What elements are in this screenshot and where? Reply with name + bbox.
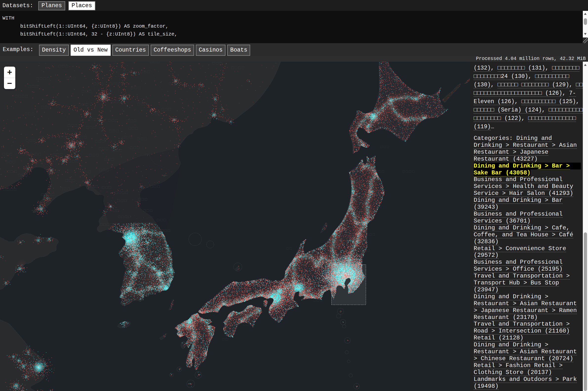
svg-text:□□□: □□□	[77, 135, 88, 140]
svg-text:□□□: □□□	[138, 197, 148, 202]
svg-text:□□□: □□□	[65, 178, 76, 183]
svg-text:□□□: □□□	[39, 135, 50, 140]
svg-text:□□□□: □□□□	[363, 233, 376, 237]
svg-text:□□□: □□□	[365, 187, 375, 191]
svg-text:□□□: □□□	[23, 152, 33, 157]
svg-text:□□□: □□□	[82, 89, 92, 94]
svg-text:□□□: □□□	[79, 102, 89, 107]
svg-text:□□□: □□□	[130, 146, 141, 150]
svg-text:□□□: □□□	[128, 126, 139, 131]
svg-text:□□□: □□□	[89, 117, 99, 122]
svg-text:□□□: □□□	[60, 187, 71, 192]
svg-text:□□: □□	[222, 337, 229, 342]
svg-text:□□□□: □□□□	[36, 77, 50, 81]
svg-text:□□□: □□□	[108, 118, 119, 123]
svg-text:□□□: □□□	[110, 209, 120, 213]
svg-text:□□□: □□□	[41, 105, 52, 109]
svg-text:□□□: □□□	[94, 82, 105, 86]
svg-text:□□□: □□□	[7, 169, 17, 174]
svg-text:□□□: □□□	[112, 148, 123, 153]
svg-text:□□□: □□□	[81, 170, 92, 174]
svg-text:□□□: □□□	[161, 229, 171, 233]
svg-text:□□: □□	[35, 152, 42, 157]
svg-text:□□□: □□□	[112, 100, 123, 104]
svg-text:□□□□: □□□□	[41, 193, 55, 197]
svg-text:□□□: □□□	[243, 323, 253, 327]
svg-text:□□□: □□□	[109, 129, 120, 133]
svg-text:□□□: □□□	[109, 82, 120, 86]
svg-text:□□□□: □□□□	[118, 215, 131, 219]
svg-text:□□□: □□□	[2, 152, 13, 157]
svg-text:□□□: □□□	[50, 169, 61, 174]
svg-text:□□□: □□□	[314, 298, 323, 303]
svg-text:□□□: □□□	[123, 135, 133, 140]
svg-text:□□□: □□□	[361, 249, 371, 253]
svg-text:□□□: □□□	[140, 70, 151, 74]
svg-text:□□□: □□□	[357, 198, 367, 202]
svg-text:□□□: □□□	[53, 152, 63, 157]
svg-text:□□□: □□□	[25, 112, 35, 116]
svg-text:□□□□: □□□□	[15, 94, 29, 99]
svg-text:□□□: □□□	[375, 170, 385, 174]
svg-text:□□□: □□□	[99, 147, 109, 151]
svg-text:□□□: □□□	[151, 112, 162, 116]
svg-text:□□□□: □□□□	[385, 128, 398, 132]
svg-text:□□□: □□□	[143, 209, 153, 213]
svg-text:□□□: □□□	[137, 137, 148, 141]
svg-text:□□□: □□□	[150, 62, 160, 64]
svg-text:□□□: □□□	[127, 119, 137, 123]
svg-text:□□□: □□□	[86, 125, 97, 130]
svg-text:□□□: □□□	[123, 69, 134, 74]
svg-text:□□□: □□□	[59, 64, 69, 69]
svg-text:□□□: □□□	[320, 239, 330, 243]
svg-text:□□□: □□□	[93, 69, 104, 73]
svg-text:□□□: □□□	[95, 139, 106, 144]
svg-text:□□□: □□□	[151, 185, 161, 189]
svg-text:□□□: □□□	[89, 153, 100, 158]
svg-text:□□□: □□□	[88, 184, 99, 189]
svg-text:□□□: □□□	[102, 186, 112, 190]
svg-text:□□□: □□□	[6, 160, 16, 165]
svg-text:□□□: □□□	[66, 76, 77, 81]
svg-text:□□□□: □□□□	[403, 170, 415, 174]
svg-text:□□□: □□□	[28, 84, 39, 89]
svg-text:□□□□: □□□□	[100, 222, 113, 227]
svg-text:□□□: □□□	[33, 160, 43, 165]
svg-text:□□□: □□□	[380, 145, 390, 149]
svg-text:□□□: □□□	[131, 86, 142, 91]
svg-text:□□□: □□□	[18, 173, 29, 178]
svg-text:□□□□: □□□□	[115, 191, 129, 195]
svg-text:□□□: □□□	[137, 102, 148, 106]
svg-text:□□□□: □□□□	[231, 66, 245, 70]
svg-text:□□□□: □□□□	[169, 82, 183, 86]
svg-text:□□□: □□□	[99, 168, 110, 173]
svg-text:□□□□: □□□□	[202, 310, 215, 314]
svg-text:□□□: □□□	[105, 157, 115, 162]
svg-text:□□□: □□□	[359, 141, 369, 146]
svg-text:□□□□: □□□□	[189, 85, 203, 90]
svg-text:□□□□: □□□□	[3, 187, 17, 192]
svg-text:□□□: □□□	[69, 159, 79, 164]
svg-text:□□□: □□□	[59, 135, 70, 140]
svg-text:□□□: □□□	[161, 107, 172, 112]
svg-text:□□□: □□□	[26, 138, 36, 143]
svg-text:□□□: □□□	[118, 199, 128, 203]
svg-text:□□□: □□□	[212, 62, 223, 66]
svg-text:□□□: □□□	[122, 223, 132, 227]
svg-text:□□: □□	[287, 247, 293, 251]
svg-text:□□□: □□□	[68, 123, 78, 128]
svg-text:□□□: □□□	[157, 218, 167, 222]
svg-text:□□□: □□□	[36, 207, 47, 212]
